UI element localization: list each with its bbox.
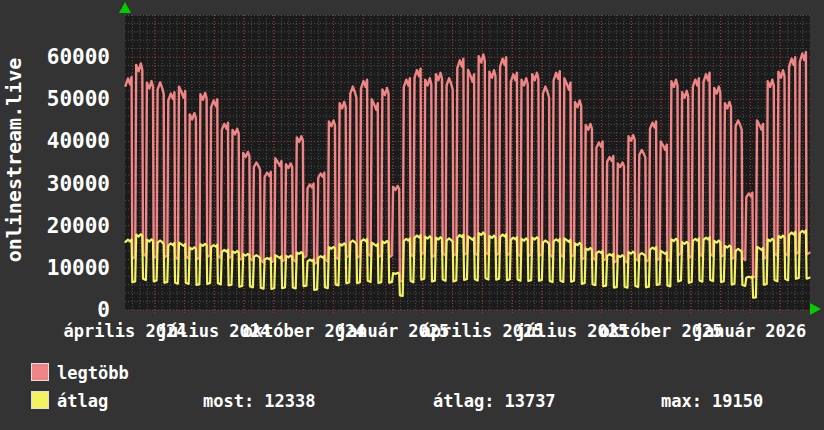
plot-area	[125, 15, 810, 310]
stat-atlag-value: 13737	[504, 391, 555, 411]
legend-label-legtobb: legtöbb	[57, 362, 129, 384]
x-axis-arrow-icon	[810, 303, 821, 315]
x-axis-label: január 2026	[694, 321, 807, 341]
legend-swatch-atlag	[31, 391, 49, 409]
y-axis-label: 60000	[47, 44, 110, 70]
graph-title-vertical: onlinestream.live	[2, 58, 26, 263]
legend-label-atlag: átlag	[57, 390, 108, 412]
y-axis-label: 0	[97, 297, 110, 323]
stat-most: most:12338	[203, 390, 315, 412]
stat-max: max:19150	[661, 390, 763, 412]
y-axis-arrow-icon	[119, 2, 131, 13]
stat-max-value: 19150	[712, 391, 763, 411]
stat-most-label: most:	[203, 391, 254, 411]
y-axis-label: 40000	[47, 128, 110, 154]
stat-max-label: max:	[661, 391, 702, 411]
y-axis-label: 50000	[47, 86, 110, 112]
page: { "title_vertical": "onlinestream.live",…	[0, 0, 824, 430]
y-axis-label: 30000	[47, 171, 110, 197]
stat-atlag: átlag:13737	[433, 390, 556, 412]
y-axis-label: 10000	[47, 255, 110, 281]
stat-most-value: 12338	[264, 391, 315, 411]
y-axis-label: 20000	[47, 213, 110, 239]
legend-swatch-legtobb	[31, 363, 49, 381]
stat-atlag-label: átlag:	[433, 391, 494, 411]
chart-canvas	[125, 15, 810, 315]
